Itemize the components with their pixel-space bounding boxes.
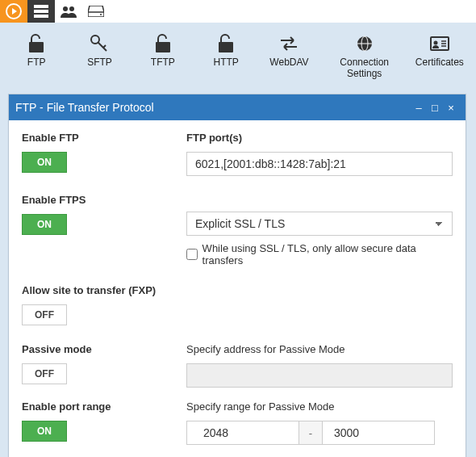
- passive-addr-label: Specify address for Passive Mode: [186, 343, 453, 355]
- panel-title: FTP - File Transfer Protocol: [15, 101, 411, 114]
- toolbar-webdav[interactable]: WebDAV: [257, 29, 320, 84]
- svg-point-19: [433, 41, 437, 45]
- ftp-ports-input[interactable]: [186, 152, 453, 176]
- passive-mode-toggle[interactable]: OFF: [22, 363, 67, 384]
- minimize-button[interactable]: –: [411, 99, 427, 115]
- svg-rect-13: [156, 42, 170, 52]
- id-card-icon: [430, 32, 449, 55]
- play-circle-icon: [6, 3, 22, 19]
- toolbar-label: HTTP: [213, 57, 238, 68]
- tab-users[interactable]: [55, 0, 82, 23]
- ftps-secure-only-row[interactable]: While using SSL / TLS, only allow secure…: [186, 242, 453, 266]
- panel-header: FTP - File Transfer Protocol – □ ×: [9, 94, 466, 120]
- svg-point-8: [100, 14, 102, 15]
- maximize-button[interactable]: □: [427, 99, 443, 115]
- toolbar-certificates[interactable]: Certificates: [408, 29, 471, 84]
- svg-marker-1: [12, 8, 17, 15]
- globe-icon: [356, 32, 374, 55]
- toolbar-http[interactable]: HTTP: [194, 29, 257, 84]
- ftps-secure-only-label: While using SSL / TLS, only allow secure…: [203, 242, 453, 266]
- ftp-ports-label: FTP port(s): [186, 132, 453, 144]
- port-range-toggle[interactable]: ON: [22, 421, 67, 442]
- enable-ftp-label: Enable FTP: [22, 132, 186, 144]
- svg-rect-3: [34, 10, 48, 13]
- tab-servers[interactable]: [27, 0, 55, 23]
- servers-icon: [34, 5, 48, 18]
- tab-storage[interactable]: [82, 0, 110, 23]
- passive-addr-input: [186, 363, 453, 388]
- toolbar-label: WebDAV: [269, 57, 308, 68]
- svg-rect-9: [29, 42, 44, 52]
- unlocked-icon: [27, 32, 45, 55]
- unlocked-icon: [217, 32, 235, 55]
- toolbar-sftp[interactable]: SFTP: [68, 29, 131, 84]
- passive-mode-label: Passive mode: [22, 343, 186, 355]
- fxp-label: Allow site to transfer (FXP): [22, 284, 453, 296]
- toolbar-label: Certificates: [415, 57, 464, 68]
- users-icon: [61, 5, 77, 18]
- svg-line-12: [103, 45, 106, 48]
- port-range-enable-label: Enable port range: [22, 400, 186, 413]
- toolbar-tftp[interactable]: TFTP: [132, 29, 194, 84]
- port-range-to-input[interactable]: [322, 421, 435, 445]
- enable-ftp-toggle[interactable]: ON: [22, 152, 67, 173]
- svg-point-6: [69, 6, 74, 11]
- toolbar-label: Connection Settings: [323, 57, 407, 79]
- port-range-separator: -: [299, 421, 322, 445]
- unlocked-icon: [154, 32, 172, 55]
- enable-ftps-toggle[interactable]: ON: [22, 214, 67, 235]
- ftps-secure-only-checkbox[interactable]: [186, 249, 198, 260]
- panel-body: Enable FTP ON FTP port(s) Enable FTPS ON…: [9, 120, 466, 456]
- transfer-icon: [279, 32, 299, 55]
- protocol-toolbar: FTP SFTP TFTP HTTP WebDAV Connection Set…: [0, 23, 476, 89]
- svg-rect-2: [34, 5, 48, 8]
- port-range-label: Specify range for Passive Mode: [186, 400, 453, 413]
- ftps-mode-select[interactable]: Explicit SSL / TLS: [186, 212, 453, 236]
- svg-point-5: [63, 6, 68, 11]
- ftp-panel: FTP - File Transfer Protocol – □ × Enabl…: [8, 94, 466, 457]
- toolbar-label: FTP: [27, 57, 46, 68]
- toolbar-connection-settings[interactable]: Connection Settings: [321, 29, 408, 84]
- app-logo-tab[interactable]: [0, 0, 27, 23]
- topbar: [0, 0, 476, 23]
- drive-icon: [88, 6, 104, 17]
- toolbar-label: TFTP: [151, 57, 175, 68]
- enable-ftps-label: Enable FTPS: [22, 194, 186, 206]
- key-icon: [90, 32, 109, 55]
- toolbar-ftp[interactable]: FTP: [5, 29, 68, 84]
- toolbar-label: SFTP: [87, 57, 112, 68]
- fxp-toggle[interactable]: OFF: [22, 304, 67, 325]
- close-button[interactable]: ×: [443, 99, 459, 115]
- svg-rect-4: [34, 15, 48, 18]
- svg-rect-14: [219, 42, 233, 52]
- port-range-from-input[interactable]: [186, 421, 299, 445]
